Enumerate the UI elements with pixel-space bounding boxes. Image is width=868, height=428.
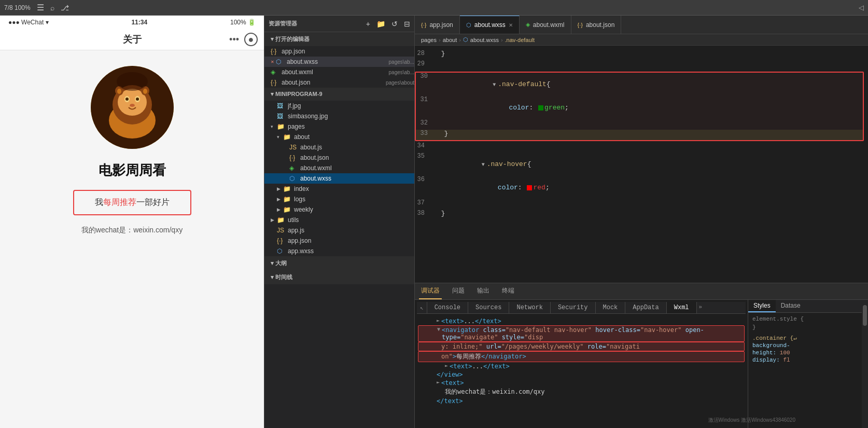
app-name: 电影周周看 [99,161,166,180]
code-line-33: 33 } [416,130,863,140]
highlight-block: 30 ▼.nav-default{ 31 color: green; [415,72,864,141]
weekly-prefix: 我 [95,198,103,206]
breadcrumb-file[interactable]: about.wxss [470,37,499,43]
weekly-link[interactable]: 每周推荐 [103,198,136,206]
new-file-icon[interactable]: + [366,20,370,28]
tab-sources[interactable]: Sources [468,302,509,313]
tree-folder-weekly[interactable]: ▶ 📁 weekly [264,204,414,215]
open-editor-about-json[interactable]: {·} about.json pages\about [264,77,414,88]
tab-wxml[interactable]: Wxml [667,302,697,313]
tab-close-icon[interactable]: ✕ [509,22,513,28]
tab-security[interactable]: Security [551,302,596,313]
editor-breadcrumb: pages › about › ⬡ about.wxss › .nav-defa… [415,34,868,46]
code-editor[interactable]: 28 } 29 30 ▼.nav-default{ [415,46,868,283]
red-swatch [527,185,532,190]
tab-about-wxml[interactable]: ◈ about.wxml [520,16,571,34]
file-name: app.js [288,227,414,234]
element-style: element.style { [752,316,858,322]
nav-back-icon[interactable]: ◁ [859,4,864,11]
tab-mock[interactable]: Mock [596,302,626,313]
tab-terminal[interactable]: 终端 [500,283,516,299]
arrow-icon[interactable]: ► [445,363,448,368]
miniprogram-label[interactable]: ▾ MINIPROGRAM-9 [264,88,414,101]
tree-folder-about[interactable]: ▾ 📁 about [264,132,414,142]
lion-avatar-svg [91,66,174,149]
tree-item-about-json[interactable]: {·} about.json [264,153,414,163]
tree-folder-logs[interactable]: ▶ 📁 logs [264,194,414,204]
tab-app-json[interactable]: {·} app.json [415,16,460,34]
folder-name: pages [288,123,414,130]
file-path: pages\ab... [389,70,414,75]
tab-label: about.wxml [533,21,565,29]
wxml-icon: ◈ [289,164,299,172]
scrollbar[interactable] [862,300,868,428]
refresh-icon[interactable]: ↺ [391,20,398,28]
new-folder-icon[interactable]: 📁 [376,20,385,28]
tree-folder-utils[interactable]: ▶ 📁 utils [264,215,414,225]
file-path: pages\ab... [389,59,414,65]
arrow-icon[interactable]: ▼ [437,326,440,332]
outline-label[interactable]: ▾ 大纲 [264,256,414,270]
img-icon: 🖼 [277,113,286,120]
tab-styles[interactable]: Styles [748,300,776,312]
weekly-suffix: 一部好片 [136,198,170,206]
tree-folder-index[interactable]: ▶ 📁 index [264,184,414,194]
tab-output[interactable]: 输出 [475,283,492,299]
tree-item-about-wxml[interactable]: ◈ about.wxml [264,163,414,173]
open-editor-app-json[interactable]: {·} app.json [264,46,414,57]
tree-item-app-json[interactable]: {·} app.json [264,236,414,246]
timeline-label[interactable]: ▾ 时间线 [264,270,414,284]
height-prop: height: 100 [752,350,858,356]
tab-network[interactable]: Network [509,302,550,313]
dots-icon[interactable]: ••• [229,34,239,45]
file-name: app.json [288,237,414,244]
tab-about-json[interactable]: {·} about.json [571,16,622,34]
tree-item-jf-jpg[interactable]: 🖼 jf.jpg [264,101,414,111]
code-line-32: 32 [416,119,863,130]
tree-item-simbasong-jpg[interactable]: 🖼 simbasong.jpg [264,111,414,121]
inspector-icon[interactable]: ↖ [417,302,427,313]
tree-item-about-js[interactable]: JS about.js [264,142,414,153]
git-icon[interactable]: ⎇ [61,4,69,12]
chevron-right-icon: ▶ [271,217,277,223]
close-dot-icon[interactable]: ✕ [271,60,274,64]
open-editor-about-wxml[interactable]: ◈ about.wxml pages\ab... [264,67,414,77]
tab-appdata[interactable]: AppData [625,302,666,313]
breadcrumb-sep: › [439,37,441,43]
folder-icon: 📁 [283,185,292,192]
record-icon[interactable]: ● [244,33,258,46]
tree-folder-pages[interactable]: ▾ 📁 pages [264,121,414,132]
tab-about-wxss[interactable]: ⬡ about.wxss ✕ [460,16,520,34]
tab-label: app.json [429,21,453,29]
container-rule: .container {↵ [752,335,858,341]
wxss-tab-icon: ⬡ [466,22,471,29]
folder-name: index [294,185,414,192]
tree-item-about-wxss[interactable]: ⬡ about.wxss [264,173,414,184]
tree-item-app-js[interactable]: JS app.js [264,225,414,236]
tab-debugger[interactable]: 调试器 [419,283,442,299]
search-icon[interactable]: ⌕ [50,4,54,12]
phone-content: 电影周周看 我每周推荐一部好片 我的wechat是：weixin.com/qxy [0,50,264,428]
scroll-thumb[interactable] [863,305,867,326]
resource-label: 资源管理器 [269,20,297,27]
breadcrumb-about[interactable]: about [443,37,457,43]
wxss-icon: ⬡ [277,247,286,255]
svg-point-12 [143,89,147,94]
more-tabs-icon[interactable]: » [697,302,705,313]
breadcrumb-pages[interactable]: pages [421,37,437,43]
xml-navigator-line: ▼ <navigator class="nav-default nav-hove… [418,325,745,342]
display-prop: display: fl [752,357,858,363]
breadcrumb-selector[interactable]: .nav-default [505,37,535,43]
arrow-icon[interactable]: ► [437,317,440,323]
collapse-icon[interactable]: ⊟ [404,20,410,28]
arrow-icon[interactable]: ► [437,379,440,385]
open-editors-label[interactable]: ▾ 打开的编辑器 [264,32,414,46]
hamburger-icon[interactable]: ☰ [37,3,44,12]
tab-console[interactable]: Console [427,302,468,313]
green-swatch [538,105,543,111]
tab-issues[interactable]: 问题 [450,283,467,299]
tab-dataset[interactable]: Datase [776,300,806,312]
phone-time: 11:34 [131,19,147,26]
tree-item-app-wxss[interactable]: ⬡ app.wxss [264,246,414,256]
open-editor-about-wxss[interactable]: ✕ ⬡ about.wxss pages\ab... [264,57,414,67]
